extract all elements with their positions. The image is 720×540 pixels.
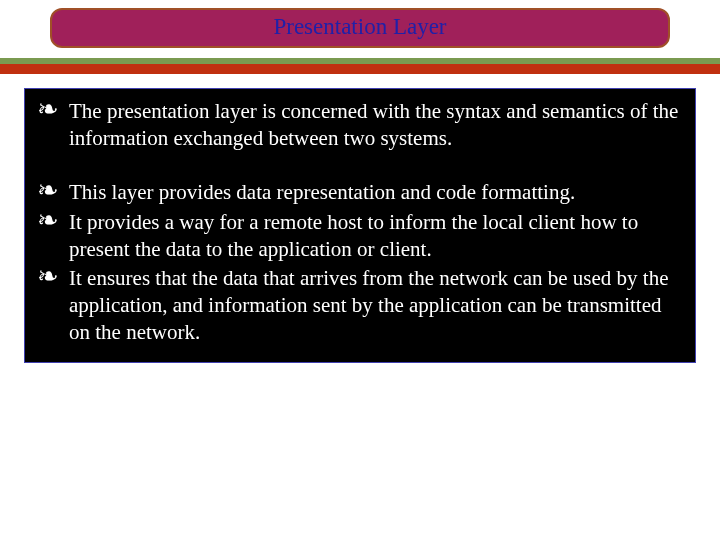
spacer <box>35 154 685 178</box>
flourish-icon: ❧ <box>35 264 69 290</box>
slide-title: Presentation Layer <box>273 14 446 39</box>
list-item: ❧ The presentation layer is concerned wi… <box>35 97 685 152</box>
flourish-icon: ❧ <box>35 178 69 204</box>
bullet-text: This layer provides data representation … <box>69 178 685 206</box>
bullet-text: It provides a way for a remote host to i… <box>69 208 685 263</box>
list-item: ❧ It provides a way for a remote host to… <box>35 208 685 263</box>
list-item: ❧ This layer provides data representatio… <box>35 178 685 206</box>
title-banner: Presentation Layer <box>50 8 670 48</box>
list-item: ❧ It ensures that the data that arrives … <box>35 264 685 346</box>
content-panel: ❧ The presentation layer is concerned wi… <box>24 88 696 363</box>
divider-red <box>0 64 720 74</box>
bullet-text: The presentation layer is concerned with… <box>69 97 685 152</box>
flourish-icon: ❧ <box>35 208 69 234</box>
flourish-icon: ❧ <box>35 97 69 123</box>
bullet-text: It ensures that the data that arrives fr… <box>69 264 685 346</box>
